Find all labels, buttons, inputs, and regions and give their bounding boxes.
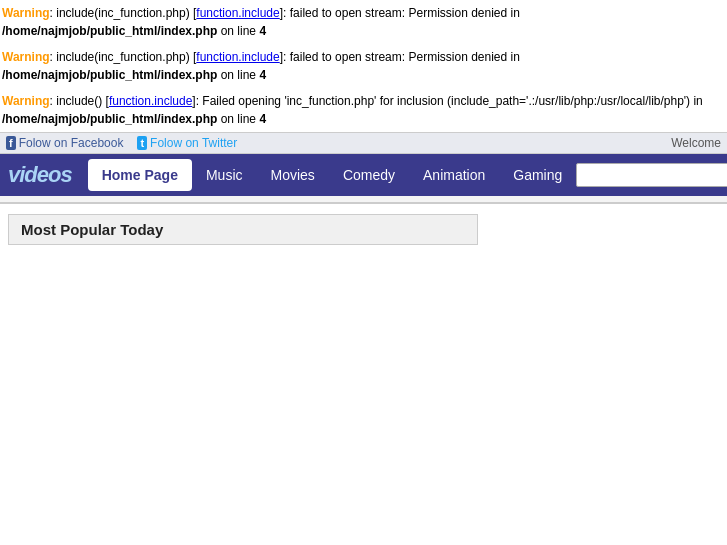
warning-path-3: /home/najmjob/public_html/index.php: [2, 112, 217, 126]
warning-label-1: Warning: [2, 6, 50, 20]
search-container: [576, 163, 727, 187]
site-logo: videos: [8, 162, 72, 188]
nav-link-movies[interactable]: Movies: [257, 159, 329, 191]
warning-text-2c: on line: [217, 68, 259, 82]
warning-link-2[interactable]: function.include: [196, 50, 279, 64]
facebook-icon: f: [6, 136, 16, 150]
warning-line-2: 4: [259, 68, 266, 82]
logo-text: videos: [8, 162, 72, 187]
nav-link-gaming[interactable]: Gaming: [499, 159, 576, 191]
warning-text-2a: : include(inc_function.php) [: [50, 50, 197, 64]
main-content: Most Popular Today: [0, 204, 727, 255]
warning-line-3: 4: [259, 112, 266, 126]
facebook-link[interactable]: Folow on Facebook: [19, 136, 124, 150]
nav-link-music[interactable]: Music: [192, 159, 257, 191]
warning-section-3: Warning: include() [function.include]: F…: [0, 88, 727, 132]
warning-label-3: Warning: [2, 94, 50, 108]
nav-links: Home Page Music Movies Comedy Animation …: [88, 159, 577, 191]
social-bar: f Folow on Facebook t Folow on Twitter W…: [0, 132, 727, 154]
warning-link-3[interactable]: function.include: [109, 94, 192, 108]
warning-link-1[interactable]: function.include: [196, 6, 279, 20]
warning-text-3b: ]: Failed opening 'inc_function.php' for…: [192, 94, 702, 108]
search-input[interactable]: [576, 163, 727, 187]
nav-link-homepage[interactable]: Home Page: [88, 159, 192, 191]
twitter-link[interactable]: Folow on Twitter: [150, 136, 237, 150]
most-popular-label: Most Popular Today: [21, 221, 163, 238]
warning-text-2b: ]: failed to open stream: Permission den…: [280, 50, 520, 64]
warning-section: Warning: include(inc_function.php) [func…: [0, 0, 727, 44]
warning-path-2: /home/najmjob/public_html/index.php: [2, 68, 217, 82]
warning-text-3a: : include() [: [50, 94, 109, 108]
welcome-text: Welcome: [671, 136, 721, 150]
warning-section-2: Warning: include(inc_function.php) [func…: [0, 44, 727, 88]
warning-text-3c: on line: [217, 112, 259, 126]
nav-bar: videos Home Page Music Movies Comedy Ani…: [0, 154, 727, 196]
warning-path-1: /home/najmjob/public_html/index.php: [2, 24, 217, 38]
nav-link-animation[interactable]: Animation: [409, 159, 499, 191]
nav-link-comedy[interactable]: Comedy: [329, 159, 409, 191]
warning-text-1c: on line: [217, 24, 259, 38]
warning-line-1: 4: [259, 24, 266, 38]
warning-label-2: Warning: [2, 50, 50, 64]
twitter-icon: t: [137, 136, 147, 150]
warning-text-1a: : include(inc_function.php) [: [50, 6, 197, 20]
warning-text-1b: ]: failed to open stream: Permission den…: [280, 6, 520, 20]
most-popular-box: Most Popular Today: [8, 214, 478, 245]
nav-border: [0, 196, 727, 204]
